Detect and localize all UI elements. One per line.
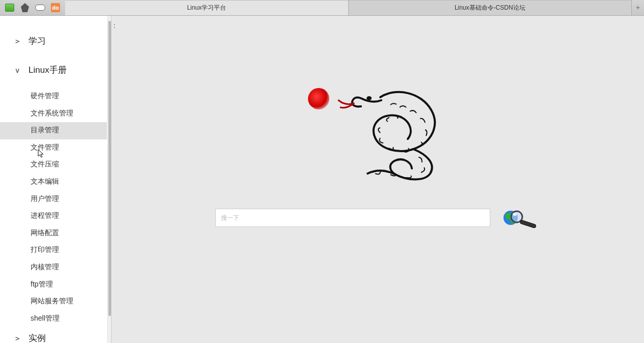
search-input[interactable] — [215, 209, 490, 227]
logo-illustration — [304, 82, 452, 184]
svg-point-0 — [367, 96, 372, 100]
nav-group-实例[interactable]: >实例 — [0, 327, 111, 343]
nav-subitem[interactable]: 网站服务管理 — [31, 293, 111, 310]
nav-group-Linux手册[interactable]: vLinux手册 — [0, 59, 111, 81]
nav-subitem[interactable]: 文件管理 — [31, 139, 111, 157]
nav-subitem[interactable]: shell管理 — [31, 310, 111, 328]
nav-group-label: 学习 — [29, 35, 46, 47]
tab-active[interactable]: Linux学习平台 — [65, 0, 349, 15]
toolbar-icon-group: do — [0, 0, 65, 15]
nav-subitem[interactable]: 文件压缩 — [31, 156, 111, 174]
toolbar-icon-1[interactable] — [2, 2, 17, 14]
chevron-right-icon: > — [15, 37, 21, 45]
svg-point-3 — [513, 213, 517, 216]
app-icon-do: do — [51, 3, 60, 12]
nav-group-label: 实例 — [29, 332, 46, 343]
toolbar-icon-3[interactable] — [33, 2, 48, 14]
search-row — [215, 208, 540, 227]
nav-subitem[interactable]: 内核管理 — [31, 259, 111, 276]
nav-subitem[interactable]: 用户管理 — [31, 191, 111, 208]
nav-group-学习[interactable]: >学习 — [0, 30, 111, 52]
tab-add-button[interactable]: ＋ — [632, 0, 644, 15]
toolbar-icon-2[interactable] — [17, 2, 33, 14]
chevron-down-icon: v — [15, 66, 21, 74]
nav-group-label: Linux手册 — [29, 64, 67, 76]
browser-tabs: Linux学习平台 Linux基础命令-CSDN论坛 — [65, 0, 632, 15]
content-colon: : — [114, 22, 116, 30]
nav-subitem[interactable]: 打印管理 — [31, 242, 111, 259]
nav-subitems: 硬件管理文件系统管理目录管理文件管理文件压缩文本编辑用户管理进程管理网络配置打印… — [0, 88, 111, 327]
app-icon-cloud — [35, 5, 45, 11]
tab-active-label: Linux学习平台 — [187, 4, 226, 12]
content-area: : — [111, 16, 644, 343]
nav-subitem[interactable]: 硬件管理 — [31, 88, 111, 105]
sidebar-scrollbar[interactable] — [107, 16, 111, 343]
tab-inactive-label: Linux基础命令-CSDN论坛 — [455, 4, 525, 12]
nav-subitem[interactable]: 进程管理 — [31, 208, 111, 225]
search-button[interactable] — [499, 208, 540, 227]
search-globe-icon — [499, 208, 540, 228]
red-ball-icon — [308, 88, 329, 109]
toolbar-icon-4[interactable]: do — [48, 2, 63, 14]
nav-subitem[interactable]: ftp管理 — [31, 276, 111, 294]
sidebar: >学习vLinux手册硬件管理文件系统管理目录管理文件管理文件压缩文本编辑用户管… — [0, 16, 111, 343]
tab-inactive[interactable]: Linux基础命令-CSDN论坛 — [349, 0, 632, 15]
chevron-right-icon: > — [15, 334, 21, 342]
browser-toolbar: do Linux学习平台 Linux基础命令-CSDN论坛 ＋ — [0, 0, 644, 16]
nav-subitem[interactable]: 网络配置 — [31, 225, 111, 242]
nav-subitem[interactable]: 文本编辑 — [31, 174, 111, 191]
app-icon-writing — [21, 3, 29, 12]
nav-subitem[interactable]: 文件系统管理 — [31, 105, 111, 123]
nav-subitem[interactable]: 目录管理 — [0, 122, 107, 139]
app-icon-green — [5, 4, 14, 12]
